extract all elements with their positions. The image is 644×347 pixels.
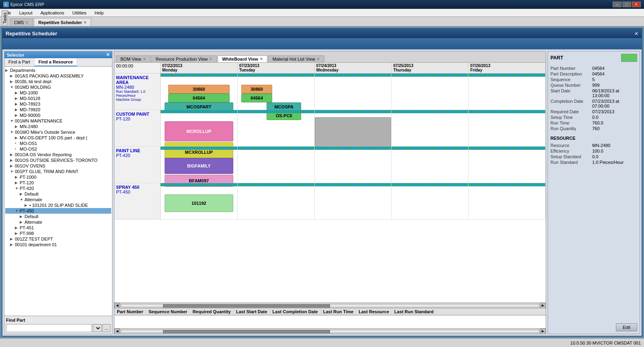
menu-utilities[interactable]: Utilities bbox=[70, 10, 89, 15]
list-column-header: Required Quantity bbox=[190, 309, 234, 314]
tree-item[interactable]: ▼ PT-450 bbox=[5, 208, 111, 214]
tab-cms-close[interactable]: ✕ bbox=[25, 20, 29, 24]
tree-item[interactable]: ▶ MD-1000 bbox=[5, 90, 111, 96]
tree-item[interactable]: ▶ Alternate bbox=[5, 219, 111, 225]
tree-item[interactable]: ▼ 001PT GLUE, TRIM AND PAINT bbox=[5, 169, 111, 174]
find-part-label: Find Part bbox=[6, 318, 110, 323]
right-fields: Part Number04564Part Description04564Seq… bbox=[550, 66, 637, 132]
grid-time-header: 00:00:00 bbox=[114, 63, 161, 73]
field-row: Part Description04564 bbox=[550, 71, 637, 76]
find-part-dropdown[interactable] bbox=[93, 324, 102, 332]
h-scroll-right[interactable]: ▶ bbox=[540, 303, 546, 308]
field-value: 07/23/2013 at 07:00:00 bbox=[592, 99, 637, 108]
h-scroll-bar[interactable]: ◀ ▶ bbox=[114, 302, 546, 308]
timeline-bar bbox=[315, 147, 391, 150]
tree-item[interactable]: • MO-OS1 bbox=[5, 141, 111, 146]
sel-tab-find-resource[interactable]: Find a Resource bbox=[35, 58, 77, 66]
h-scroll-thumb[interactable] bbox=[163, 304, 330, 308]
tree-item[interactable]: • MO-OS2 bbox=[5, 146, 111, 152]
schedule-block[interactable]: BIGFAMILY bbox=[165, 158, 234, 174]
app-window-close[interactable]: ✕ bbox=[634, 31, 638, 37]
h-scroll-left[interactable]: ◀ bbox=[114, 303, 120, 308]
tree-item[interactable]: ▼ 001MD MOLDING bbox=[5, 84, 111, 90]
field-value: 07/23/2013 bbox=[592, 109, 614, 114]
schedule-block[interactable]: MCROLLUP bbox=[165, 121, 234, 141]
tree-item[interactable]: ▶ 00101 department 01 bbox=[5, 242, 111, 247]
find-part-input[interactable] bbox=[6, 324, 92, 332]
view-tab-close-bom[interactable]: ✕ bbox=[143, 57, 146, 61]
tree-item[interactable]: ▶ 001BL bli test dept bbox=[5, 79, 111, 84]
maximize-btn[interactable]: □ bbox=[622, 2, 631, 7]
bottom-scroll-thumb[interactable] bbox=[163, 330, 330, 333]
tree-item[interactable]: ▶ 001OS OUTSIDE SERVICES- TORONTO bbox=[5, 157, 111, 163]
tree-item[interactable]: ▶ 001ZZ TEST DEPT bbox=[5, 236, 111, 242]
tree-item[interactable]: ▼ 001MN MAINTENANCE bbox=[5, 118, 111, 124]
tree-item[interactable]: ▶ PT-120 bbox=[5, 180, 111, 186]
view-tab-material-hot-list[interactable]: Material Hot List View ✕ bbox=[268, 55, 324, 62]
tree-item[interactable]: ▼ 001MO Mike's Outside Service bbox=[5, 129, 111, 135]
view-tab-bom[interactable]: BOM View ✕ bbox=[116, 55, 151, 62]
menu-help[interactable]: Help bbox=[92, 10, 106, 15]
tree-item[interactable]: ▶ MD-78923 bbox=[5, 101, 111, 107]
bottom-scroll-right[interactable]: ▶ bbox=[540, 329, 546, 334]
schedule-row: PAINT LINEPT-420BIGFAMILYBFAM097 bbox=[114, 147, 546, 183]
field-row: Start Date06/19/2013 at 13:00:00 bbox=[550, 88, 637, 98]
tree-item[interactable]: ▶ PT-451 bbox=[5, 225, 111, 231]
tree-item[interactable]: ▶ MD-90000 bbox=[5, 112, 111, 118]
menu-applications[interactable]: Applications bbox=[38, 10, 67, 15]
tree-item[interactable]: ▶ MV-OS-DEPT 100 OS part - dept ( bbox=[5, 135, 111, 141]
tree-item[interactable]: ▶ PT-998 bbox=[5, 231, 111, 236]
tab-cms[interactable]: CMS ✕ bbox=[10, 18, 33, 26]
selector-close-icon[interactable]: ✕ bbox=[106, 52, 110, 57]
tree-item[interactable]: ▶ MD-79920 bbox=[5, 107, 111, 112]
tree-item[interactable]: ▶ MN-2480 bbox=[5, 124, 111, 129]
menu-layout[interactable]: Layout bbox=[17, 10, 35, 15]
title-bar-controls[interactable]: ─ □ ✕ bbox=[613, 2, 641, 7]
tree-item[interactable]: ▶ Departments bbox=[5, 67, 111, 73]
find-part-search-btn[interactable]: ... bbox=[102, 324, 110, 332]
resource-field-value: 1.0 Pieces/Hour bbox=[592, 160, 624, 165]
tab-repetitive-scheduler[interactable]: Repetitive Scheduler ✕ bbox=[34, 18, 91, 26]
list-column-header: Last Start Date bbox=[234, 309, 270, 314]
edit-button[interactable]: Edit bbox=[616, 323, 637, 331]
view-tab-close-whiteboard[interactable]: ✕ bbox=[260, 57, 263, 61]
field-row: Queue Number999 bbox=[550, 83, 637, 88]
view-tab-resource-prod[interactable]: Resource Production View ✕ bbox=[151, 55, 217, 62]
tree-item[interactable]: ▶ PT-1000 bbox=[5, 174, 111, 180]
row-content: 3086004564MCOSPART3086004564MCOSPAOS-PC6 bbox=[161, 73, 546, 110]
view-tab-close-resource-prod[interactable]: ✕ bbox=[209, 57, 212, 61]
tree-item[interactable]: ▼ Alternate bbox=[5, 197, 111, 202]
timeline-bar bbox=[238, 73, 314, 77]
timeline-bar bbox=[238, 110, 314, 113]
tree-item[interactable]: ▶ Default bbox=[5, 191, 111, 197]
schedule-block[interactable]: 101192 bbox=[165, 194, 234, 212]
tree-item[interactable]: ▶ • 101201 20 SLIP AND SLIDE bbox=[5, 202, 111, 208]
schedule-block[interactable]: 30860 bbox=[168, 85, 230, 94]
h-scroll-track[interactable] bbox=[121, 304, 539, 307]
day-column bbox=[391, 183, 469, 219]
schedule-block[interactable]: 30860 bbox=[241, 85, 272, 94]
tab-repetitive-scheduler-close[interactable]: ✕ bbox=[84, 20, 87, 24]
resource-field-row: Efficiency100.0 bbox=[550, 149, 637, 153]
bottom-scroll-track[interactable] bbox=[121, 330, 539, 333]
list-column-header: Last Run Standard bbox=[392, 309, 436, 314]
tree-item[interactable]: ▶ MD-50128 bbox=[5, 96, 111, 101]
close-btn[interactable]: ✕ bbox=[632, 2, 641, 7]
tree-item[interactable]: ▶ Default bbox=[5, 214, 111, 219]
timeline-bar bbox=[161, 73, 237, 77]
list-column-header: Last Run Time bbox=[321, 309, 357, 314]
view-tab-close-material-hot-list[interactable]: ✕ bbox=[317, 57, 320, 61]
bottom-scroll-bar[interactable]: ◀ ▶ bbox=[114, 328, 546, 334]
tree-item[interactable]: ▶ 001OA OS Vendor Reporting bbox=[5, 152, 111, 157]
inner-toolbar bbox=[2, 38, 642, 49]
tree-item[interactable]: ▼ PT-420 bbox=[5, 186, 111, 191]
view-tab-whiteboard[interactable]: WhiteBoard View ✕ bbox=[218, 55, 267, 62]
bottom-scroll-left[interactable]: ◀ bbox=[114, 329, 120, 334]
schedule-block[interactable] bbox=[315, 117, 391, 149]
schedule-block[interactable]: 04564 bbox=[241, 94, 272, 102]
tree-item[interactable]: ▶ 001OV OVENS bbox=[5, 163, 111, 169]
tree-item[interactable]: ▶ 001AS PACKING AND ASSEMBLY bbox=[5, 73, 111, 79]
schedule-block[interactable]: 04564 bbox=[168, 94, 230, 102]
sel-tab-find-part[interactable]: Find a Part bbox=[4, 58, 35, 66]
minimize-btn[interactable]: ─ bbox=[613, 2, 622, 7]
